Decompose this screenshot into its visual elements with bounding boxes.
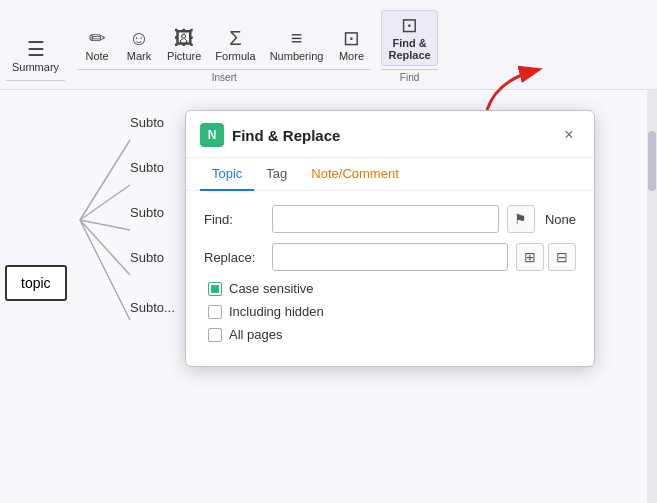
history-button[interactable]: ☰ Summary bbox=[6, 35, 65, 77]
case-sensitive-label: Case sensitive bbox=[229, 281, 314, 296]
dialog-header: N Find & Replace × bbox=[186, 111, 594, 158]
replace-icons: ⊞ ⊟ bbox=[516, 243, 576, 271]
note-icon: ✏ bbox=[89, 28, 106, 48]
topic-node[interactable]: topic bbox=[5, 265, 67, 301]
replace-label: Replace: bbox=[204, 250, 264, 265]
dialog-close-button[interactable]: × bbox=[558, 124, 580, 146]
more-label: More bbox=[339, 50, 364, 62]
formula-label: Formula bbox=[215, 50, 255, 62]
numbering-label: Numbering bbox=[270, 50, 324, 62]
subtopic-3-label: Subto bbox=[130, 205, 164, 220]
more-icon: ⊡ bbox=[343, 28, 360, 48]
including-hidden-row: Including hidden bbox=[204, 304, 576, 319]
numbering-button[interactable]: ≡ Numbering bbox=[264, 24, 330, 66]
find-row: Find: ⚑ None bbox=[204, 205, 576, 233]
toolbar-group-summary: ☰ Summary bbox=[0, 35, 71, 83]
note-label: Note bbox=[85, 50, 108, 62]
tab-tag[interactable]: Tag bbox=[254, 158, 299, 191]
find-label: Find: bbox=[204, 212, 264, 227]
subtopic-1: Subto bbox=[130, 115, 164, 130]
binoculars-icon: ⚑ bbox=[514, 211, 527, 227]
subtopic-2: Subto bbox=[130, 160, 164, 175]
replace-icon-btn-1[interactable]: ⊞ bbox=[516, 243, 544, 271]
toolbar-group-find: ⊡ Find &Replace Find bbox=[377, 10, 441, 83]
history-icon: ☰ bbox=[27, 39, 45, 59]
svg-line-2 bbox=[80, 185, 130, 220]
dialog-app-icon: N bbox=[200, 123, 224, 147]
subtopic-1-label: Subto bbox=[130, 115, 164, 130]
case-sensitive-row: Case sensitive bbox=[204, 281, 576, 296]
replace-icon-1: ⊞ bbox=[524, 249, 536, 265]
replace-row: Replace: ⊞ ⊟ bbox=[204, 243, 576, 271]
find-icons: ⚑ bbox=[507, 205, 535, 233]
note-button[interactable]: ✏ Note bbox=[77, 24, 117, 66]
find-replace-label: Find &Replace bbox=[388, 37, 430, 61]
svg-line-1 bbox=[80, 140, 130, 220]
mark-icon: ☺ bbox=[129, 28, 149, 48]
all-pages-row: All pages bbox=[204, 327, 576, 342]
picture-icon: 🖼 bbox=[174, 28, 194, 48]
summary-label: Summary bbox=[12, 61, 59, 73]
dialog-tabs: Topic Tag Note/Comment bbox=[186, 158, 594, 191]
subtopic-4: Subto bbox=[130, 250, 164, 265]
toolbar: ☰ Summary ✏ Note ☺ Mark 🖼 Picture Σ Form… bbox=[0, 0, 657, 90]
subtopic-5: Subto... bbox=[130, 300, 175, 315]
svg-line-4 bbox=[80, 220, 130, 275]
picture-label: Picture bbox=[167, 50, 201, 62]
all-pages-checkbox[interactable] bbox=[208, 328, 222, 342]
find-replace-button[interactable]: ⊡ Find &Replace bbox=[381, 10, 437, 66]
find-replace-icon: ⊡ bbox=[401, 15, 418, 35]
insert-group-label bbox=[6, 80, 65, 83]
all-pages-label: All pages bbox=[229, 327, 282, 342]
vertical-scrollbar[interactable] bbox=[647, 90, 657, 503]
subtopic-2-label: Subto bbox=[130, 160, 164, 175]
dialog-body: Find: ⚑ None Replace: ⊞ bbox=[186, 191, 594, 366]
svg-line-3 bbox=[80, 220, 130, 230]
insert-label: Insert bbox=[77, 69, 371, 83]
subtopic-3: Subto bbox=[130, 205, 164, 220]
including-hidden-checkbox[interactable] bbox=[208, 305, 222, 319]
find-replace-dialog: N Find & Replace × Topic Tag Note/Commen… bbox=[185, 110, 595, 367]
formula-button[interactable]: Σ Formula bbox=[209, 24, 261, 66]
topic-label: topic bbox=[21, 275, 51, 291]
main-content: topic Subto Subto Subto Subto Subto... bbox=[0, 90, 657, 503]
scrollbar-thumb[interactable] bbox=[648, 131, 656, 191]
svg-line-5 bbox=[80, 220, 130, 320]
formula-icon: Σ bbox=[229, 28, 241, 48]
case-sensitive-checkbox[interactable] bbox=[208, 282, 222, 296]
replace-icon-2: ⊟ bbox=[556, 249, 568, 265]
none-label: None bbox=[545, 212, 576, 227]
more-button[interactable]: ⊡ More bbox=[331, 24, 371, 66]
mark-button[interactable]: ☺ Mark bbox=[119, 24, 159, 66]
find-input[interactable] bbox=[272, 205, 499, 233]
dialog-title: Find & Replace bbox=[232, 127, 558, 144]
subtopic-4-label: Subto bbox=[130, 250, 164, 265]
subtopic-5-label: Subto... bbox=[130, 300, 175, 315]
find-group-label: Find bbox=[381, 69, 437, 83]
replace-input[interactable] bbox=[272, 243, 508, 271]
replace-icon-btn-2[interactable]: ⊟ bbox=[548, 243, 576, 271]
picture-button[interactable]: 🖼 Picture bbox=[161, 24, 207, 66]
find-options-icon-btn[interactable]: ⚑ bbox=[507, 205, 535, 233]
numbering-icon: ≡ bbox=[291, 28, 303, 48]
mark-label: Mark bbox=[127, 50, 151, 62]
tab-note-comment[interactable]: Note/Comment bbox=[299, 158, 410, 191]
including-hidden-label: Including hidden bbox=[229, 304, 324, 319]
toolbar-group-insert: ✏ Note ☺ Mark 🖼 Picture Σ Formula ≡ Numb… bbox=[71, 24, 377, 83]
tab-topic[interactable]: Topic bbox=[200, 158, 254, 191]
